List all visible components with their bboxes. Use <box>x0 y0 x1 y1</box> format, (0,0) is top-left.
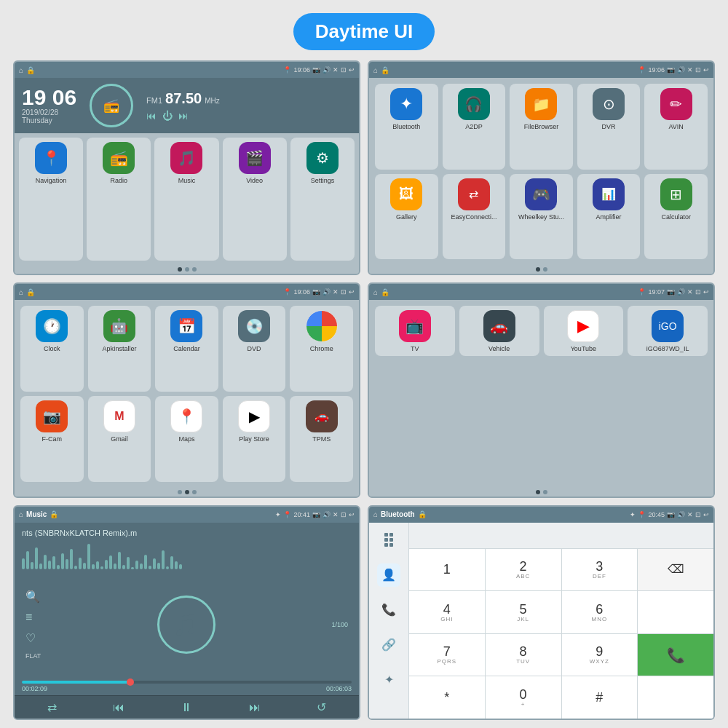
location-icon-3: 📍 <box>283 288 291 296</box>
app-wheelkey[interactable]: 🎮 Wheelkey Stu... <box>510 174 573 260</box>
time-total: 00:06:03 <box>326 685 352 692</box>
app-easyconnect[interactable]: ⇄ EasyConnecti... <box>443 174 506 260</box>
next-track-icon[interactable]: ⏭ <box>178 110 189 122</box>
app-dvd[interactable]: 💿 DVD <box>223 306 286 392</box>
app-fcam[interactable]: 📷 F-Cam <box>20 396 84 482</box>
equalizer-icon[interactable]: ≡ <box>25 611 41 624</box>
play-pause-icon[interactable]: ⏸ <box>181 701 192 714</box>
app-video[interactable]: 🎬 Video <box>223 138 287 261</box>
app-a2dp[interactable]: 🎧 A2DP <box>443 84 506 170</box>
dialer-link-icon[interactable]: 🔗 <box>377 633 400 657</box>
app-calculator[interactable]: ⊞ Calculator <box>644 174 708 260</box>
viz-bar <box>144 555 147 569</box>
dial-key-1[interactable]: 1 <box>409 549 485 591</box>
bt-icon-5: ✦ <box>275 511 281 518</box>
close-icon-5[interactable]: ✕ <box>333 511 339 518</box>
time-current: 00:02:09 <box>22 685 47 692</box>
app-settings[interactable]: ⚙ Settings <box>290 138 355 261</box>
app-dvr[interactable]: ⊙ DVR <box>577 84 641 170</box>
progress-thumb[interactable] <box>127 678 134 686</box>
app-bluetooth[interactable]: ✦ Bluetooth <box>375 84 438 170</box>
music-left-controls: 🔍 ≡ ♡ FLAT <box>25 590 41 660</box>
dial-key-9[interactable]: 9 WXYZ <box>562 634 638 676</box>
topbar-2: ⌂ 🔒 📍 19:06 📷 🔊 ✕ ⊡ ↩ <box>369 62 713 78</box>
dial-key-3[interactable]: 3 DEF <box>562 549 638 591</box>
dial-key-star[interactable]: * <box>409 676 485 719</box>
viz-bar <box>96 561 99 569</box>
app-vehicle[interactable]: 🚗 Vehicle <box>459 306 539 356</box>
app-gmail[interactable]: M Gmail <box>88 396 151 482</box>
radio-circle[interactable]: 📻 <box>90 84 133 127</box>
back-icon-5[interactable]: ↩ <box>349 511 355 518</box>
dial-key-4[interactable]: 4 GHI <box>409 591 485 633</box>
dial-key-6[interactable]: 6 MNO <box>562 591 638 633</box>
app-youtube[interactable]: ▶ YouTube <box>544 306 624 356</box>
progress-bar[interactable] <box>22 681 352 684</box>
shuffle-icon[interactable]: ⇄ <box>47 700 57 714</box>
dial-key-0[interactable]: 0 + <box>486 676 561 719</box>
close-icon-1[interactable]: ✕ <box>333 66 339 74</box>
dialer-phone-icon[interactable]: 📞 <box>377 598 400 622</box>
app-filebrowser[interactable]: 📁 FileBrowser <box>510 84 573 170</box>
back-icon-1[interactable]: ↩ <box>349 66 355 74</box>
topbar-4: ⌂ 🔒 📍 19:07 📷 🔊 ✕ ⊡ ↩ <box>369 284 713 300</box>
viz-bar <box>57 565 60 569</box>
camera-icon-3: 📷 <box>312 288 320 296</box>
back-icon-2[interactable]: ↩ <box>703 66 709 74</box>
app-music[interactable]: 🎵 Music <box>154 138 218 261</box>
app-gallery[interactable]: 🖼 Gallery <box>375 174 438 260</box>
app-chrome[interactable]: Chrome <box>290 306 353 392</box>
dial-key-8[interactable]: 8 TUV <box>486 634 561 676</box>
dial-key-2[interactable]: 2 ABC <box>486 549 561 591</box>
search-icon[interactable]: 🔍 <box>25 590 41 604</box>
dialer-body: 👤 📞 🔗 ✦ 1 2 ABC 3 <box>369 523 713 719</box>
back-icon-4[interactable]: ↩ <box>703 288 709 296</box>
home-icon-3[interactable]: ⌂ <box>19 288 23 296</box>
close-icon-3[interactable]: ✕ <box>333 288 339 296</box>
clock-time: 19 06 <box>22 87 76 108</box>
app-radio[interactable]: 📻 Radio <box>87 138 151 261</box>
app-tv[interactable]: 📺 TV <box>375 306 455 356</box>
heart-icon[interactable]: ♡ <box>25 631 41 645</box>
app-amplifier[interactable]: 📊 Amplifier <box>577 174 641 260</box>
camera-icon-2: 📷 <box>667 66 675 74</box>
home-icon-5[interactable]: ⌂ <box>19 510 23 518</box>
home-icon[interactable]: ⌂ <box>19 66 23 74</box>
app-apkinstaller[interactable]: 🤖 ApkInstaller <box>88 306 151 392</box>
clock-icon: 🕐 <box>36 310 68 342</box>
app-calendar[interactable]: 📅 Calendar <box>155 306 218 392</box>
dial-key-hash[interactable]: # <box>562 676 638 719</box>
dial-key-7[interactable]: 7 PQRS <box>409 634 485 676</box>
radio-unit: MHz <box>205 97 220 105</box>
dial-key-call[interactable]: 📞 <box>638 634 713 676</box>
app-playstore[interactable]: ▶ Play Store <box>223 396 286 482</box>
prev-track-icon[interactable]: ⏮ <box>146 110 157 122</box>
close-icon-2[interactable]: ✕ <box>687 66 693 74</box>
app-clock[interactable]: 🕐 Clock <box>20 306 84 392</box>
home-icon-4[interactable]: ⌂ <box>373 288 378 296</box>
dialer-display[interactable] <box>409 523 713 549</box>
prev-icon[interactable]: ⏮ <box>113 701 124 714</box>
app-tpms[interactable]: 🚗 TPMS <box>290 396 353 482</box>
progress-fill <box>22 681 130 684</box>
power-icon[interactable]: ⏻ <box>162 110 173 122</box>
app-igo[interactable]: iGO iGO687WD_IL <box>628 306 708 356</box>
repeat-icon[interactable]: ↺ <box>317 700 326 714</box>
tv-icon: 📺 <box>399 310 431 342</box>
home-icon-2[interactable]: ⌂ <box>373 66 378 74</box>
dialer-contacts-icon[interactable]: 👤 <box>377 563 400 587</box>
close-icon-4[interactable]: ✕ <box>687 288 693 296</box>
dial-keypad: 1 2 ABC 3 DEF ⌫ 4 <box>409 549 713 719</box>
music-progress[interactable]: 00:02:09 00:06:03 <box>15 681 359 695</box>
back-icon-3[interactable]: ↩ <box>349 288 355 296</box>
dial-key-5[interactable]: 5 JKL <box>486 591 561 633</box>
back-icon-6[interactable]: ↩ <box>703 511 709 518</box>
dial-key-back[interactable]: ⌫ <box>638 549 713 591</box>
dialer-bt-icon[interactable]: ✦ <box>377 668 400 692</box>
close-icon-6[interactable]: ✕ <box>687 511 693 518</box>
next-icon[interactable]: ⏭ <box>249 701 261 714</box>
app-avin[interactable]: ✏ AVIN <box>644 84 708 170</box>
home-icon-6[interactable]: ⌂ <box>373 510 378 518</box>
app-navigation[interactable]: 📍 Navigation <box>19 138 83 261</box>
app-maps[interactable]: 📍 Maps <box>155 396 218 482</box>
